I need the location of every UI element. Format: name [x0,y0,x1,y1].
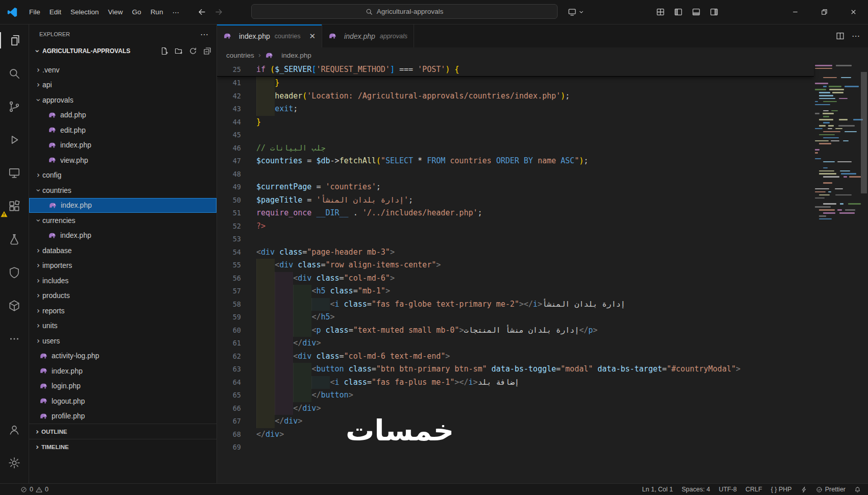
code-line-67[interactable]: 67 </div> [217,415,814,428]
line-number[interactable]: 52 [217,220,241,233]
minimize-button[interactable] [781,0,810,24]
code-line-68[interactable]: 68</div> [217,428,814,441]
line-number[interactable]: 25 [217,63,241,76]
line-number[interactable]: 41 [217,77,241,90]
editor-grid-layout-icon[interactable] [656,8,665,16]
tab-index.php-countries[interactable]: index.phpcountries✕ [217,24,322,47]
tab-index.php-approvals[interactable]: index.phpapprovals [322,24,414,47]
code-line-69[interactable]: 69 [217,441,814,454]
tree-item-add.php[interactable]: add.php [29,108,216,123]
line-number[interactable]: 55 [217,259,241,272]
code-line-51[interactable]: 51require_once __DIR__ . '/../includes/h… [217,207,814,220]
line-number[interactable]: 66 [217,402,241,415]
line-number[interactable]: 56 [217,272,241,285]
close-window-button[interactable] [839,0,868,24]
toggle-panel-icon[interactable] [692,8,701,16]
activity-source-control[interactable] [0,94,29,119]
code-editor[interactable]: 25if ($_SERVER['REQUEST_METHOD'] === 'PO… [217,63,868,483]
split-editor-icon[interactable] [836,32,845,40]
menu-run[interactable]: Run [146,6,168,19]
code-line-64[interactable]: 64 <i class="fas fa-plus me-1"></i>إضافة… [217,376,814,389]
tree-item-index.php[interactable]: index.php [29,228,216,243]
remote-cast-button[interactable] [568,8,585,16]
code-line-62[interactable]: 62 <div class="col-md-6 text-md-end"> [217,350,814,363]
tree-item-logout.php[interactable]: logout.php [29,393,216,409]
status-eol[interactable]: CRLF [745,486,762,493]
line-number[interactable]: 51 [217,207,241,220]
breadcrumb-folder[interactable]: countries [226,52,254,59]
minimap[interactable] [814,63,860,483]
activity-more[interactable] [0,326,29,352]
scrollbar-thumb[interactable] [861,72,867,193]
activity-search[interactable] [0,61,29,86]
line-number[interactable]: 60 [217,324,241,337]
status-ports[interactable] [801,486,807,493]
menu-file[interactable]: File [25,6,45,19]
line-number[interactable]: 64 [217,376,241,389]
menu-go[interactable]: Go [128,6,146,19]
tree-item-index.php[interactable]: index.php [29,198,216,213]
back-arrow-icon[interactable] [197,7,207,17]
tree-item-reports[interactable]: ›reports [29,303,216,318]
tree-item-api[interactable]: ›api [29,78,216,93]
tree-item-countries[interactable]: ›countries [29,183,216,198]
line-number[interactable]: 48 [217,168,241,181]
editor-more-actions-icon[interactable]: ⋯ [852,31,860,41]
activity-explorer[interactable] [0,28,29,53]
code-line-55[interactable]: 55 <div class="row align-items-center"> [217,259,814,272]
code-line-49[interactable]: 49$currentPage = 'countries'; [217,181,814,194]
command-center-search[interactable]: Agricultural-approvals [251,4,558,19]
code-line-48[interactable]: 48 [217,168,814,181]
collapse-all-icon[interactable] [203,47,211,55]
status-formatter[interactable]: Prettier [816,486,846,493]
new-folder-icon[interactable] [175,47,183,55]
line-number[interactable]: 61 [217,337,241,350]
code-line-54[interactable]: 54<div class="page-header mb-3"> [217,246,814,259]
tree-item-approvals[interactable]: ›approvals [29,92,216,108]
line-number[interactable]: 67 [217,415,241,428]
sidebar-more-actions-icon[interactable]: ⋯ [200,30,208,39]
sticky-scroll-line[interactable]: 25if ($_SERVER['REQUEST_METHOD'] === 'PO… [217,63,814,77]
code-line-65[interactable]: 65 </button> [217,389,814,402]
toggle-sidebar-icon[interactable] [674,8,683,16]
activity-run-debug[interactable] [0,127,29,153]
tree-item-activity-log.php[interactable]: activity-log.php [29,349,216,364]
status-cursor-position[interactable]: Ln 1, Col 1 [642,486,673,493]
code-line-45[interactable]: 45 [217,129,814,142]
restore-button[interactable] [810,0,839,24]
tree-item-index.php[interactable]: index.php [29,138,216,153]
code-line-59[interactable]: 59 </h5> [217,311,814,324]
line-number[interactable]: 47 [217,155,241,168]
tree-item-users[interactable]: ›users [29,333,216,349]
tree-item-edit.php[interactable]: edit.php [29,122,216,138]
status-language-mode[interactable]: { } PHP [771,486,792,493]
breadcrumb-file[interactable]: index.php [281,52,311,59]
line-number[interactable]: 63 [217,363,241,376]
tree-item-units[interactable]: ›units [29,318,216,334]
activity-settings[interactable] [0,450,29,476]
menu-view[interactable]: View [104,6,128,19]
code-line-25[interactable]: 25if ($_SERVER['REQUEST_METHOD'] === 'PO… [217,63,814,76]
line-number[interactable]: 62 [217,350,241,363]
code-line-63[interactable]: 63 <button class="btn btn-primary btn-sm… [217,363,814,376]
refresh-icon[interactable] [189,47,197,55]
code-line-57[interactable]: 57 <h5 class="mb-1"> [217,285,814,298]
tree-item-currencies[interactable]: ›currencies [29,213,216,228]
line-number[interactable]: 59 [217,311,241,324]
code-line-56[interactable]: 56 <div class="col-md-6"> [217,272,814,285]
line-number[interactable]: 42 [217,90,241,103]
tree-item-includes[interactable]: ›includes [29,273,216,288]
code-line-46[interactable]: 46// جلب البيانات [217,142,814,155]
new-file-icon[interactable] [160,47,168,55]
status-encoding[interactable]: UTF-8 [719,486,737,493]
line-number[interactable]: 50 [217,194,241,207]
activity-accounts[interactable] [0,417,29,442]
line-number[interactable]: 43 [217,103,241,116]
code-line-61[interactable]: 61 </div> [217,337,814,350]
status-notifications[interactable] [854,486,861,493]
line-number[interactable]: 68 [217,428,241,441]
menu-selection[interactable]: Selection [66,6,104,19]
vertical-scrollbar[interactable] [860,63,868,483]
code-line-58[interactable]: 58 <i class="fas fa-globe text-primary m… [217,298,814,311]
tree-item-index.php[interactable]: index.php [29,363,216,379]
